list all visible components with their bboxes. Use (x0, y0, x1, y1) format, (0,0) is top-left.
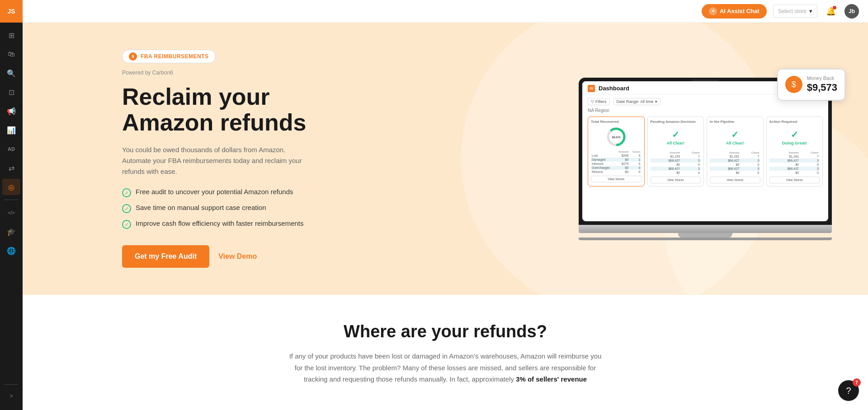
chevron-down-icon: ▾ (809, 8, 812, 14)
sidebar: JS ⊞ 🛍 🔍 ⊡ 📢 📊 AD ⇄ ◎ </> 🎓 🌐 > (0, 0, 23, 410)
topbar-avatar[interactable]: Jb (844, 4, 859, 19)
date-range-selector[interactable]: Date Range: All time ▾ (613, 98, 660, 105)
sidebar-item-chart[interactable]: 📊 (2, 122, 20, 138)
donut-chart: $9,573 (591, 126, 642, 148)
card-title-4: Action Required (769, 120, 820, 124)
page-content: $ FBA REIMBURSEMENTS Powered by Carbon6 … (23, 23, 868, 410)
card-total-recovered: Total Recovered $9,573 (588, 116, 645, 186)
filter-button[interactable]: ▽ Filters (588, 98, 610, 105)
bullet-3: ✓ Improve cash flow efficiency with fast… (122, 219, 312, 229)
sidebar-icons: ⊞ 🛍 🔍 ⊡ 📢 📊 AD ⇄ ◎ </> 🎓 🌐 (2, 23, 20, 382)
sidebar-item-code[interactable]: </> (2, 205, 20, 221)
sidebar-item-search[interactable]: 🔍 (2, 65, 20, 81)
card-action: Action Required ✓ Doing Great! (766, 116, 823, 186)
card-2-status: ✓ All Clear! (651, 129, 701, 145)
money-back-label: Money Back (807, 75, 837, 81)
sidebar-item-globe[interactable]: 🌐 (2, 242, 20, 259)
card-title-3: In the Pipeline (710, 120, 760, 124)
sidebar-logo[interactable]: JS (0, 0, 23, 23)
money-back-icon: $ (785, 76, 802, 93)
view-demo-button[interactable]: View Demo (218, 252, 257, 261)
hero-visual: $ Money Back $9,573 JS Dashboard (579, 78, 832, 240)
bottom-title: Where are your refunds? (32, 322, 859, 341)
view-stores-btn-4[interactable]: View Stores (769, 177, 820, 183)
sidebar-item-grid[interactable]: ⊡ (2, 84, 20, 100)
card-pipeline: In the Pipeline ✓ All Clear! (707, 116, 764, 186)
laptop-stand (678, 233, 732, 238)
bullet-text-1: Free audit to uncover your potential Ama… (136, 188, 293, 196)
main-content: ✦ AI Assist Chat Select store ▾ 🔔 Jb $ F… (23, 0, 868, 410)
hero-title: Reclaim your Amazon refunds (122, 84, 312, 135)
bottom-description: If any of your products have been lost o… (287, 350, 604, 385)
check-icon-3: ✓ (122, 220, 131, 229)
sidebar-item-fba[interactable]: ◎ (2, 179, 20, 195)
fba-badge-icon: $ (129, 52, 137, 61)
sidebar-divider-bottom (5, 384, 18, 385)
money-back-badge: $ Money Back $9,573 (777, 69, 845, 101)
laptop-screen: JS Dashboard ▽ Filters (582, 81, 828, 221)
laptop-notch (692, 79, 719, 81)
card-title-1: Total Recovered (591, 120, 642, 124)
hero-actions: Get my Free Audit View Demo (122, 245, 312, 268)
hero-text-block: $ FBA REIMBURSEMENTS Powered by Carbon6 … (122, 50, 312, 268)
powered-by: Powered by Carbon6 (122, 70, 312, 76)
topbar-store-dropdown[interactable]: Select store ▾ (773, 5, 817, 18)
card-pending: Pending Amazon Decision ✓ All Clear! (647, 116, 704, 186)
money-back-text: Money Back $9,573 (807, 75, 837, 94)
sidebar-item-graduation[interactable]: 🎓 (2, 224, 20, 240)
dash-logo: JS (588, 85, 595, 92)
donut-svg: $9,573 (605, 126, 627, 148)
dropdown-label: Select store (778, 8, 807, 14)
dashboard-cards: Total Recovered $9,573 (588, 116, 823, 186)
hero-bullets: ✓ Free audit to uncover your potential A… (122, 188, 312, 229)
bullet-text-2: Save time on manual support case creatio… (136, 204, 266, 211)
view-stores-btn-1[interactable]: View Stores (591, 176, 642, 182)
card-4-status: ✓ Doing Great! (769, 129, 820, 145)
sidebar-bottom: > (2, 382, 20, 410)
svg-text:$9,573: $9,573 (612, 136, 621, 139)
sidebar-item-home[interactable]: ⊞ (2, 27, 20, 43)
check-icon-2: ✓ (122, 204, 131, 213)
sidebar-expand-button[interactable]: > (2, 389, 20, 403)
sidebar-divider (5, 200, 18, 200)
laptop-foot (579, 238, 832, 240)
bottom-desc-bold: 3% of sellers' revenue (516, 375, 587, 383)
filter-icon: ▽ (591, 99, 594, 104)
dashboard-region: NA Region (588, 108, 823, 113)
card-3-status: ✓ All Clear! (710, 129, 760, 145)
laptop-base (579, 225, 832, 233)
dashboard-table-4: Amount Cases $1,2817 $66,4273 $ (769, 151, 820, 175)
bullet-2: ✓ Save time on manual support case creat… (122, 204, 312, 213)
dashboard-body: ▽ Filters Date Range: All time ▾ NA Regi… (582, 94, 828, 190)
card-title-2: Pending Amazon Decision (651, 120, 701, 124)
view-stores-btn-3[interactable]: View Stores (710, 177, 760, 183)
dashboard-table-2: Amount Cases $1,1537 $66,4273 $ (651, 151, 701, 175)
hero-section: $ FBA REIMBURSEMENTS Powered by Carbon6 … (23, 23, 868, 295)
bottom-section: Where are your refunds? If any of your p… (23, 295, 868, 403)
bullet-text-3: Improve cash flow efficiency with faster… (136, 219, 304, 227)
fba-badge: $ FBA REIMBURSEMENTS (122, 50, 216, 63)
ai-icon: ✦ (709, 7, 717, 15)
get-free-audit-button[interactable]: Get my Free Audit (122, 245, 209, 268)
dashboard-table-3: Amount Cases $1,2817 $66,4273 $ (710, 151, 760, 175)
dashboard-table: Amount Cases Lost$2993 Damaged$01 (591, 150, 642, 174)
help-button[interactable]: ? 7 (838, 380, 859, 401)
laptop-mockup: $ Money Back $9,573 JS Dashboard (579, 78, 832, 240)
help-icon: ? (846, 386, 851, 396)
sidebar-item-exchange[interactable]: ⇄ (2, 160, 20, 176)
sidebar-item-ad[interactable]: AD (2, 141, 20, 157)
dashboard-title: Dashboard (599, 85, 629, 92)
help-badge: 7 (853, 378, 861, 387)
sidebar-item-store[interactable]: 🛍 (2, 46, 20, 62)
ai-assist-button[interactable]: ✦ AI Assist Chat (702, 4, 767, 19)
chevron-icon: ▾ (655, 99, 657, 104)
view-stores-btn-2[interactable]: View Stores (651, 177, 701, 183)
sidebar-item-megaphone[interactable]: 📢 (2, 103, 20, 119)
fba-badge-text: FBA REIMBURSEMENTS (141, 53, 209, 60)
notification-dot (833, 6, 836, 9)
money-back-amount: $9,573 (807, 81, 837, 94)
check-icon-1: ✓ (122, 188, 131, 197)
bullet-1: ✓ Free audit to uncover your potential A… (122, 188, 312, 197)
topbar-notifications[interactable]: 🔔 (824, 4, 838, 19)
ai-assist-label: AI Assist Chat (720, 8, 760, 14)
